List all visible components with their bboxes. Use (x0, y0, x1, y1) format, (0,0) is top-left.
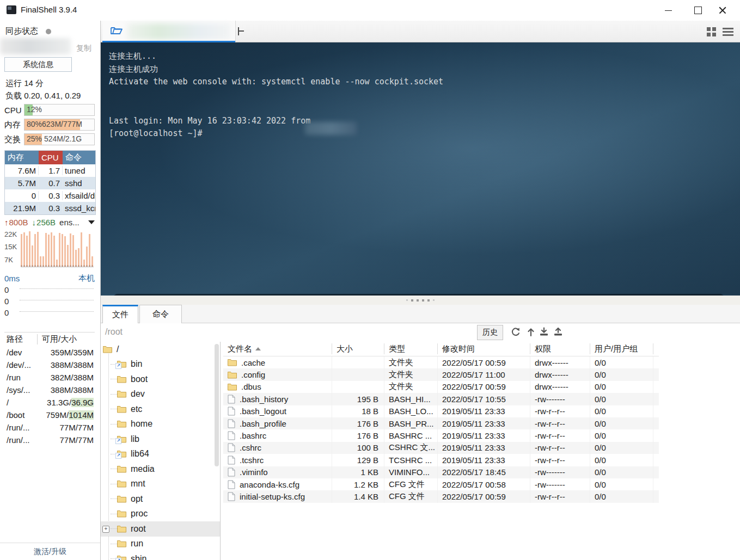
file-name: .bash_logout (240, 407, 286, 416)
tree-item-media[interactable]: media (101, 461, 220, 477)
disk-row: /dev/...388M/388M (4, 359, 95, 371)
network-bar (32, 245, 33, 267)
download-file-icon[interactable] (537, 325, 551, 339)
tree-item-dev[interactable]: dev (101, 387, 220, 402)
session-tab[interactable] (102, 21, 236, 42)
refresh-icon[interactable] (509, 325, 522, 339)
tree-item-label: run (131, 539, 143, 549)
network-bar (56, 260, 58, 267)
tree-item-etc[interactable]: etc (101, 402, 220, 417)
tree-item-label: lib64 (131, 449, 149, 459)
file-header-0[interactable]: 文件名 (223, 343, 332, 354)
tree-item-proc[interactable]: proc (101, 507, 220, 522)
file-row[interactable]: initial-setup-ks.cfg1.4 KBCFG 文件2022/05/… (223, 490, 659, 502)
tree-item-boot[interactable]: boot (101, 372, 220, 387)
file-header-1[interactable]: 大小 (332, 343, 384, 354)
terminal-screen[interactable]: 连接主机...连接主机成功Activate the web console wi… (101, 42, 740, 296)
tree-item-root[interactable]: +root (101, 521, 220, 537)
current-path[interactable]: /root (105, 327, 123, 337)
tree-item-home[interactable]: home (101, 417, 220, 432)
upload-file-icon[interactable] (552, 325, 565, 339)
meter-label: 交换 (4, 134, 24, 145)
process-row[interactable]: 00.3xfsaild/dm (5, 189, 95, 202)
file-table-header: 文件名大小类型修改时间权限用户/用户组 (223, 342, 659, 356)
file-row[interactable]: .dbus文件夹2022/05/17 00:59drwx------0/0 (223, 381, 659, 393)
panel-splitter[interactable] (101, 296, 740, 305)
file-perm-cell: -rw------- (530, 466, 590, 478)
meter-bar: 25% 524M/2.1G (24, 133, 95, 145)
layout-grid-icon[interactable] (707, 27, 716, 36)
network-bar (37, 232, 39, 267)
file-row[interactable]: .config文件夹2022/05/17 11:00drwx------0/0 (223, 368, 659, 380)
close-button[interactable] (711, 3, 735, 17)
process-row[interactable]: 21.9M0.3sssd_kcm (5, 202, 95, 214)
tree-stub (111, 424, 117, 424)
file-name-cell: anaconda-ks.cfg (223, 478, 332, 490)
tree-item-label: dev (131, 389, 145, 399)
tree-item-lib[interactable]: ↗lib (101, 432, 220, 447)
process-row[interactable]: 5.7M0.7sshd (5, 177, 95, 189)
file-panel-tabs: 文件 命令 (101, 305, 740, 323)
tree-item-root[interactable]: / (101, 342, 220, 357)
file-header-2[interactable]: 类型 (384, 343, 438, 354)
file-header-3[interactable]: 修改时间 (438, 343, 530, 354)
file-perm-cell: -rw-r--r-- (530, 429, 590, 441)
copy-button[interactable]: 复制 (76, 44, 91, 53)
network-bar (40, 256, 41, 267)
minimize-button[interactable] (656, 3, 680, 17)
tree-item-opt[interactable]: opt (101, 491, 220, 507)
file-row[interactable]: .cshrc100 BCSHRC 文...2019/05/11 23:33-rw… (223, 442, 659, 454)
tab-files[interactable]: 文件 (102, 305, 138, 323)
activate-upgrade-button[interactable]: 激活/升级 (0, 543, 100, 560)
new-tab-button[interactable] (237, 27, 246, 36)
file-row[interactable]: .tcshrc129 BTCSHRC ...2019/05/11 23:33-r… (223, 454, 659, 466)
expand-icon[interactable]: + (102, 526, 109, 533)
file-row[interactable]: anaconda-ks.cfg1.2 KBCFG 文件2022/05/17 00… (223, 478, 659, 490)
file-mtime-cell: 2022/05/17 18:45 (438, 466, 530, 478)
title-bar: FinalShell 3.9.4 (0, 0, 740, 21)
menu-icon[interactable] (723, 28, 733, 36)
path-history-button[interactable]: 历史 (477, 325, 503, 340)
process-cmd: xfsaild/dm (63, 191, 95, 200)
meter-value: 12% (27, 105, 42, 114)
file-mtime-cell: 2019/05/11 23:33 (438, 429, 530, 441)
folder-icon (228, 359, 237, 366)
file-row[interactable]: .viminfo1 KBVIMINFO...2022/05/17 18:45-r… (223, 466, 659, 478)
process-row[interactable]: 7.6M1.7tuned (5, 164, 95, 177)
folder-icon: ↗ (117, 360, 126, 368)
file-row[interactable]: .bash_logout18 BBASH_LO...2019/05/11 23:… (223, 405, 659, 417)
parent-dir-icon[interactable] (524, 325, 537, 339)
process-mem: 21.9M (5, 204, 39, 213)
folder-icon: ↗ (117, 435, 126, 443)
file-size-cell: 176 B (332, 429, 384, 441)
file-type-cell: VIMINFO... (384, 466, 438, 478)
network-bar (70, 233, 71, 267)
tab-commands[interactable]: 命令 (139, 305, 182, 323)
file-perm-cell: -rw------- (530, 478, 590, 490)
file-header-5[interactable]: 用户/用户组 (590, 343, 653, 354)
tree-scrollbar[interactable] (215, 344, 219, 466)
disk-usage-highlight: 36.9G (71, 398, 94, 407)
folder-icon: ↗ (117, 450, 126, 458)
tree-item-run[interactable]: run (101, 537, 220, 552)
interface-dropdown-icon[interactable] (88, 220, 95, 224)
file-name: .dbus (241, 382, 261, 391)
maximize-button[interactable] (686, 3, 710, 17)
system-info-button[interactable]: 系统信息 (4, 57, 72, 72)
tree-item-label: boot (131, 374, 148, 384)
tree-item-mnt[interactable]: mnt (101, 477, 220, 492)
file-name-cell: .tcshrc (223, 454, 332, 466)
file-mtime-cell: 2022/05/17 00:59 (438, 381, 530, 393)
tree-item-sbin[interactable]: ↗sbin (101, 551, 220, 560)
disk-path: / (4, 398, 37, 407)
tree-item-bin[interactable]: ↗bin (101, 357, 220, 372)
file-row[interactable]: .bashrc176 BBASHRC ...2019/05/11 23:33-r… (223, 429, 659, 441)
file-row[interactable]: .cache文件夹2022/05/17 00:59drwx------0/0 (223, 356, 659, 368)
ping-row: 0 (4, 307, 95, 318)
file-row[interactable]: .bash_history195 BBASH_HI...2022/05/17 1… (223, 393, 659, 405)
file-header-4[interactable]: 权限 (530, 343, 590, 354)
file-row[interactable]: .bash_profile176 BBASH_PR...2019/05/11 2… (223, 417, 659, 429)
network-header[interactable]: ↑ 800B ↓ 256B ens... (4, 218, 95, 227)
tree-item-lib64[interactable]: ↗lib64 (101, 447, 220, 462)
tree-item-label: opt (131, 494, 143, 504)
